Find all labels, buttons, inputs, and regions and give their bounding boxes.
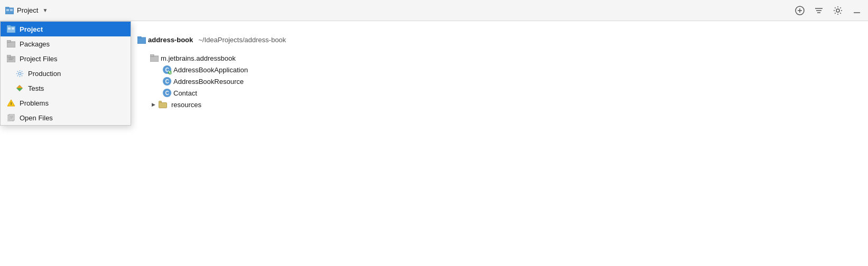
app-class-icon: C ↻ [163,65,171,74]
packages-icon [7,40,15,48]
project-icon [7,25,15,33]
svg-rect-36 [150,56,159,62]
dropdown-arrow-icon: ▼ [42,7,48,13]
resources-node[interactable]: ▶ resources [137,99,860,110]
svg-rect-37 [150,54,154,56]
tests-icon [15,84,24,92]
add-button[interactable] [794,5,806,16]
settings-button[interactable] [832,5,844,16]
package-icon [150,54,159,62]
collapse-button[interactable] [813,5,825,16]
project-dropdown-trigger[interactable]: Project ▼ [5,6,48,15]
project-view-icon [5,6,14,15]
dropdown-item-open-files[interactable]: Open Files [1,110,131,125]
resources-folder-icon [159,101,167,108]
svg-rect-16 [7,42,15,48]
svg-marker-25 [16,88,23,91]
svg-rect-3 [10,9,13,11]
address-book-app-node[interactable]: C ↻ AddressBookApplication [137,64,860,75]
dropdown-item-project[interactable]: Project [1,22,131,36]
svg-point-22 [19,72,21,75]
toolbar: Project ▼ [0,0,868,21]
toolbar-actions [794,5,863,16]
contact-node[interactable]: C Contact [137,87,860,99]
minimize-button[interactable] [851,5,863,16]
open-files-label: Open Files [20,114,53,122]
project-path: ~/IdeaProjects/address-book [198,32,286,48]
open-files-icon [7,113,15,122]
dropdown-menu: Project Packages [0,21,131,126]
main-panel: Project ▼ [0,0,868,266]
svg-rect-1 [5,7,9,8]
svg-rect-13 [7,25,11,27]
resource-class-label: AddressBookResource [173,78,244,86]
problems-label: Problems [20,99,49,107]
contact-class-label: Contact [173,89,197,97]
resource-class-icon: C [163,77,171,86]
svg-rect-19 [7,55,11,57]
problems-warning-icon: ! [7,99,15,107]
project-files-icon [7,54,15,63]
svg-rect-15 [12,27,14,30]
dropdown-item-problems[interactable]: ! Problems [1,96,131,110]
toolbar-title-text: Project [17,6,38,14]
address-book-resource-node[interactable]: C AddressBookResource [137,75,860,87]
production-label: Production [28,70,61,78]
dropdown-item-tests[interactable]: Tests [1,81,131,96]
project-files-label: Project Files [20,55,58,63]
svg-rect-35 [137,36,141,38]
production-gear-icon [15,69,24,78]
dropdown-item-project-files[interactable]: Project Files [1,51,131,66]
package-node[interactable]: m.jetbrains.addressbook [137,52,860,64]
dropdown-item-production[interactable]: Production [1,66,131,81]
package-label: m.jetbrains.addressbook [161,54,236,62]
packages-label: Packages [20,40,50,48]
svg-marker-24 [16,85,23,88]
content-area: Project Packages [0,21,868,266]
resources-expand-arrow[interactable]: ▶ [150,101,156,108]
tests-label: Tests [28,84,44,92]
app-class-label: AddressBookApplication [173,66,248,74]
project-label: Project [20,25,43,33]
svg-text:!: ! [11,101,12,106]
svg-rect-14 [8,27,11,30]
svg-rect-17 [7,40,11,42]
contact-class-icon: C [163,89,171,97]
project-root-icon [137,36,146,44]
svg-rect-34 [137,37,146,44]
svg-point-10 [836,9,839,12]
dropdown-item-packages[interactable]: Packages [1,36,131,51]
project-path-node[interactable]: address-book ~/IdeaProjects/address-book [137,27,860,52]
svg-rect-2 [6,9,9,11]
resources-label: resources [171,101,201,109]
